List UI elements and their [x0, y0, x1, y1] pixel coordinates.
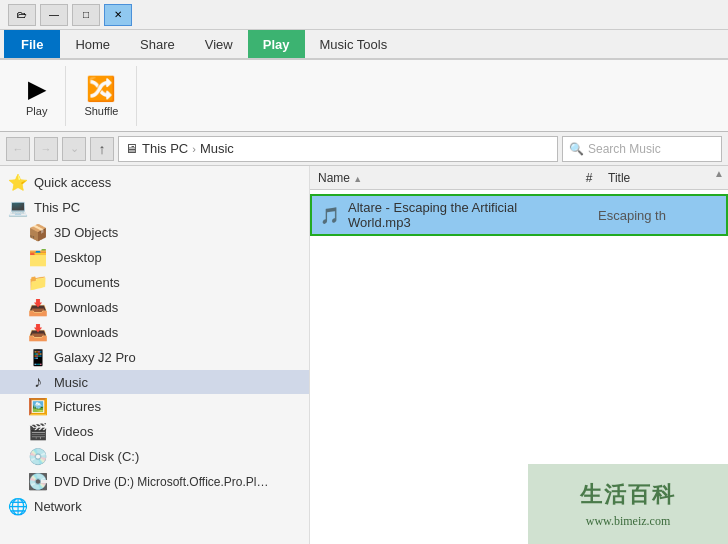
back-button[interactable]: ← — [6, 137, 30, 161]
up-button[interactable]: ↑ — [90, 137, 114, 161]
search-box[interactable]: 🔍 Search Music — [562, 136, 722, 162]
this-pc-icon: 💻 — [8, 198, 28, 217]
sidebar-label-pictures: Pictures — [54, 399, 101, 414]
tab-view[interactable]: View — [190, 30, 248, 58]
sidebar-label-downloads2: Downloads — [54, 325, 118, 340]
local-disk-icon: 💿 — [28, 447, 48, 466]
play-label: Play — [26, 105, 47, 117]
tab-play[interactable]: Play — [248, 30, 305, 58]
sidebar-label-dvd-drive: DVD Drive (D:) Microsoft.Office.Pro.Plus… — [54, 475, 274, 489]
file-name: Altare - Escaping the Artificial World.m… — [348, 200, 552, 230]
sidebar-label-galaxy-j2: Galaxy J2 Pro — [54, 350, 136, 365]
sort-arrow-icon: ▲ — [353, 174, 362, 184]
sidebar-item-downloads2[interactable]: 📥 Downloads — [0, 320, 309, 345]
sidebar-item-pictures[interactable]: 🖼️ Pictures — [0, 394, 309, 419]
sidebar-item-this-pc[interactable]: 💻 This PC — [0, 195, 309, 220]
sidebar-item-local-disk[interactable]: 💿 Local Disk (C:) — [0, 444, 309, 469]
sidebar-item-music[interactable]: ♪ Music — [0, 370, 309, 394]
sidebar-label-local-disk: Local Disk (C:) — [54, 449, 139, 464]
address-bar: ← → ⌄ ↑ 🖥 This PC › Music 🔍 Search Music — [0, 132, 728, 166]
sidebar-item-downloads1[interactable]: 📥 Downloads — [0, 295, 309, 320]
sidebar-item-galaxy-j2[interactable]: 📱 Galaxy J2 Pro — [0, 345, 309, 370]
desktop-icon: 🗂️ — [28, 248, 48, 267]
maximize-icon[interactable]: □ — [72, 4, 100, 26]
tab-file[interactable]: File — [4, 30, 60, 58]
breadcrumb-music[interactable]: Music — [200, 141, 234, 156]
sidebar: ⭐ Quick access 💻 This PC 📦 3D Objects 🗂️… — [0, 166, 310, 544]
pictures-icon: 🖼️ — [28, 397, 48, 416]
sidebar-label-this-pc: This PC — [34, 200, 80, 215]
address-breadcrumb[interactable]: 🖥 This PC › Music — [118, 136, 558, 162]
file-area: Name ▲ # Title ▲ 🎵 Altare - Escaping the… — [310, 166, 728, 544]
close-icon[interactable]: ✕ — [104, 4, 132, 26]
forward-button[interactable]: → — [34, 137, 58, 161]
ribbon-group-options: 🔀 Shuffle — [66, 66, 137, 126]
ribbon-group-play: ▶ Play — [8, 66, 66, 126]
column-headers: Name ▲ # Title ▲ — [310, 166, 728, 190]
3d-objects-icon: 📦 — [28, 223, 48, 242]
file-music-icon: 🎵 — [320, 206, 340, 225]
ribbon-content: ▶ Play 🔀 Shuffle — [0, 60, 728, 132]
title-bar-icons: 🗁 — □ ✕ — [8, 4, 132, 26]
tab-music-tools[interactable]: Music Tools — [305, 30, 403, 58]
network-icon: 🌐 — [8, 497, 28, 516]
sidebar-item-desktop[interactable]: 🗂️ Desktop — [0, 245, 309, 270]
title-bar: 🗁 — □ ✕ — [0, 0, 728, 30]
shuffle-button[interactable]: 🔀 Shuffle — [78, 73, 124, 119]
collapse-icon[interactable]: ▲ — [714, 168, 724, 179]
breadcrumb-computer-icon: 🖥 — [125, 141, 138, 156]
minimize-icon[interactable]: — — [40, 4, 68, 26]
sidebar-label-music: Music — [54, 375, 88, 390]
breadcrumb-arrow1: › — [192, 143, 196, 155]
downloads2-icon: 📥 — [28, 323, 48, 342]
sidebar-item-quick-access[interactable]: ⭐ Quick access — [0, 170, 309, 195]
ribbon-tabs: File Home Share View Play Music Tools — [0, 30, 728, 60]
sidebar-label-quick-access: Quick access — [34, 175, 111, 190]
play-icon: ▶ — [28, 75, 46, 103]
sidebar-label-documents: Documents — [54, 275, 120, 290]
shuffle-label: Shuffle — [84, 105, 118, 117]
main-content: ⭐ Quick access 💻 This PC 📦 3D Objects 🗂️… — [0, 166, 728, 544]
sidebar-item-documents[interactable]: 📁 Documents — [0, 270, 309, 295]
file-title: Escaping th — [598, 208, 718, 223]
tab-share[interactable]: Share — [125, 30, 190, 58]
dvd-drive-icon: 💽 — [28, 472, 48, 491]
dropdown-button[interactable]: ⌄ — [62, 137, 86, 161]
col-header-title[interactable]: Title — [604, 171, 724, 185]
sidebar-label-3d-objects: 3D Objects — [54, 225, 118, 240]
sidebar-label-downloads1: Downloads — [54, 300, 118, 315]
sidebar-label-desktop: Desktop — [54, 250, 102, 265]
galaxy-j2-icon: 📱 — [28, 348, 48, 367]
sidebar-item-network[interactable]: 🌐 Network — [0, 494, 309, 519]
shuffle-icon: 🔀 — [86, 75, 116, 103]
col-header-hash[interactable]: # — [574, 171, 604, 185]
downloads1-icon: 📥 — [28, 298, 48, 317]
sidebar-item-videos[interactable]: 🎬 Videos — [0, 419, 309, 444]
play-button[interactable]: ▶ Play — [20, 73, 53, 119]
sidebar-item-dvd-drive[interactable]: 💽 DVD Drive (D:) Microsoft.Office.Pro.Pl… — [0, 469, 309, 494]
breadcrumb-thispc[interactable]: This PC — [142, 141, 188, 156]
file-list: 🎵 Altare - Escaping the Artificial World… — [310, 190, 728, 544]
sidebar-label-network: Network — [34, 499, 82, 514]
window-icon[interactable]: 🗁 — [8, 4, 36, 26]
videos-icon: 🎬 — [28, 422, 48, 441]
col-header-name[interactable]: Name ▲ — [314, 171, 574, 185]
search-icon: 🔍 — [569, 142, 584, 156]
search-placeholder: Search Music — [588, 142, 661, 156]
tab-home[interactable]: Home — [60, 30, 125, 58]
sidebar-label-videos: Videos — [54, 424, 94, 439]
table-row[interactable]: 🎵 Altare - Escaping the Artificial World… — [310, 194, 728, 236]
quick-access-icon: ⭐ — [8, 173, 28, 192]
sidebar-item-3d-objects[interactable]: 📦 3D Objects — [0, 220, 309, 245]
documents-icon: 📁 — [28, 273, 48, 292]
music-icon: ♪ — [28, 373, 48, 391]
